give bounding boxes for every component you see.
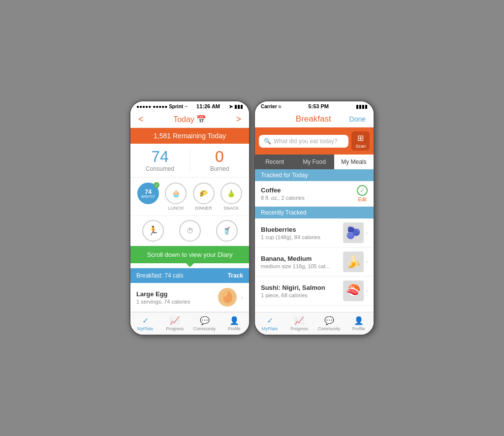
myplate-tab-label: MyPlate bbox=[137, 326, 154, 331]
calories-remaining-banner: 1,581 Remaining Today bbox=[130, 128, 249, 144]
prev-day-button[interactable]: < bbox=[138, 114, 144, 125]
breakfast-track-bar[interactable]: Breakfast: 74 cals Track bbox=[130, 268, 249, 283]
activity-row: 🏃 ⏱ 🥤 bbox=[130, 216, 249, 246]
blueberries-item[interactable]: Blueberries 1 cup (148g), 84 calories 🫐 … bbox=[255, 218, 374, 248]
status-bar-1: ●●●●● ●●●●● Sprint ⋅⋅ 11:26 AM ➤ ▮▮▮ bbox=[130, 101, 249, 111]
profile-tab-label-2: Profile bbox=[352, 326, 365, 331]
food-item-name: Large Egg bbox=[136, 290, 214, 298]
status-right-1: ➤ ▮▮▮ bbox=[229, 104, 243, 109]
tab-myplate-2[interactable]: ✓ MyPlate bbox=[255, 314, 284, 333]
sushi-desc: 1 piece, 68 calories bbox=[261, 292, 339, 298]
coffee-info: Coffee 8 fl. oz., 2 calories bbox=[261, 187, 353, 201]
snack-circle[interactable]: 🍐 SNACK bbox=[220, 183, 242, 211]
progress-tab-label: Progress bbox=[166, 326, 184, 331]
tab-profile-1[interactable]: 👤 Profile bbox=[220, 314, 249, 333]
meal-circles-row: ✓ 74 BRKFST 🧁 LUNCH 🌮 DINNER bbox=[130, 178, 249, 216]
banana-chevron: › bbox=[366, 258, 368, 265]
battery-icon-2: ▮▮▮▮ bbox=[356, 104, 368, 109]
banana-right: 🍌 › bbox=[343, 251, 368, 272]
search-row: 🔍 What did you eat today? ⊞ Scan bbox=[255, 127, 374, 155]
signal-dots: ●●●●● bbox=[136, 104, 151, 109]
community-tab-icon-2: 💬 bbox=[324, 316, 334, 325]
banana-thumbnail: 🍌 bbox=[343, 251, 364, 272]
dinner-circle-bg: 🌮 bbox=[193, 183, 215, 204]
tab-my-food[interactable]: My Food bbox=[294, 155, 334, 169]
lunch-icon: 🧁 bbox=[172, 189, 180, 197]
sushi-info: Sushi: Nigiri, Salmon 1 piece, 68 calori… bbox=[261, 284, 339, 298]
sushi-thumbnail: 🍣 bbox=[343, 280, 364, 301]
today-header: < Today 📅 > bbox=[130, 111, 249, 128]
coffee-actions: ✓ Edit bbox=[357, 185, 368, 202]
tab-progress-2[interactable]: 📈 Progress bbox=[284, 314, 314, 333]
consumed-stat: 74 Consumed bbox=[130, 149, 189, 172]
myplate-tab-icon-2: ✓ bbox=[267, 316, 273, 325]
status-right-2: ▮▮▮▮ bbox=[356, 104, 368, 109]
blueberries-desc: 1 cup (148g), 84 calories bbox=[261, 234, 339, 240]
progress-tab-icon: 📈 bbox=[170, 316, 180, 325]
tab-community-2[interactable]: 💬 Community bbox=[315, 314, 344, 333]
search-placeholder: What did you eat today? bbox=[274, 138, 337, 145]
coffee-desc: 8 fl. oz., 2 calories bbox=[261, 195, 353, 201]
burned-number: 0 bbox=[190, 149, 249, 164]
coffee-name: Coffee bbox=[261, 187, 353, 194]
breakfast-circle[interactable]: ✓ 74 BRKFST bbox=[137, 183, 159, 211]
next-day-button[interactable]: > bbox=[236, 114, 241, 125]
carrier-label-2: Carrier bbox=[261, 104, 277, 109]
community-tab-label: Community bbox=[193, 326, 216, 331]
phone-2: Carrier ≈ 5:53 PM ▮▮▮▮ Breakfast Done 🔍 … bbox=[254, 100, 375, 336]
page-title-1: Today 📅 bbox=[173, 115, 206, 124]
community-tab-icon: 💬 bbox=[200, 316, 210, 325]
tab-progress-1[interactable]: 📈 Progress bbox=[160, 314, 189, 333]
tab-profile-2[interactable]: 👤 Profile bbox=[344, 314, 374, 333]
exercise-button[interactable]: 🏃 bbox=[142, 220, 164, 242]
tab-recent[interactable]: Recent bbox=[255, 155, 294, 169]
large-egg-item[interactable]: Large Egg 1 servings, 74 calories 🥚 › bbox=[130, 283, 249, 312]
myplate-tab-label-2: MyPlate bbox=[262, 326, 278, 331]
large-egg-info: Large Egg 1 servings, 74 calories bbox=[136, 290, 214, 305]
carrier-label: ●●●●● Sprint bbox=[153, 104, 183, 109]
tab-myplate-1[interactable]: ✓ MyPlate bbox=[130, 314, 160, 333]
snack-icon: 🍐 bbox=[227, 189, 235, 197]
blueberries-thumbnail: 🫐 bbox=[343, 222, 364, 243]
dinner-circle[interactable]: 🌮 DINNER bbox=[193, 183, 215, 211]
scan-button[interactable]: ⊞ Scan bbox=[351, 131, 370, 151]
calendar-icon: 📅 bbox=[196, 115, 206, 124]
sushi-item[interactable]: Sushi: Nigiri, Salmon 1 piece, 68 calori… bbox=[255, 277, 374, 306]
consumed-number: 74 bbox=[130, 149, 189, 164]
progress-tab-icon-2: 📈 bbox=[294, 316, 304, 325]
food-item-desc: 1 servings, 74 calories bbox=[136, 299, 214, 305]
breakfast-header: Breakfast Done bbox=[255, 111, 374, 127]
lunch-circle[interactable]: 🧁 LUNCH bbox=[165, 183, 187, 211]
wifi-icon-2: ≈ bbox=[279, 104, 282, 109]
sushi-name: Sushi: Nigiri, Salmon bbox=[261, 284, 339, 291]
tab-my-meals[interactable]: My Meals bbox=[334, 155, 374, 169]
search-input-box[interactable]: 🔍 What did you eat today? bbox=[259, 135, 348, 148]
blueberries-right: 🫐 › bbox=[343, 222, 368, 243]
coffee-edit-button[interactable]: Edit bbox=[358, 197, 366, 202]
tracked-today-header: Tracked for Today bbox=[255, 169, 374, 181]
banana-info: Banana, Medium medium size 118g, 105 cal… bbox=[261, 255, 339, 269]
stats-row: 74 Consumed 0 Burned bbox=[130, 144, 249, 178]
burned-stat: 0 Burned bbox=[190, 149, 249, 172]
time-display-2: 5:53 PM bbox=[308, 103, 329, 109]
weight-button[interactable]: ⏱ bbox=[179, 220, 201, 242]
battery-icon-1: ▮▮▮ bbox=[234, 104, 243, 109]
tab-community-1[interactable]: 💬 Community bbox=[190, 314, 220, 333]
sushi-right: 🍣 › bbox=[343, 280, 368, 301]
done-button[interactable]: Done bbox=[349, 115, 366, 123]
water-button[interactable]: 🥤 bbox=[216, 220, 238, 242]
blueberries-info: Blueberries 1 cup (148g), 84 calories bbox=[261, 226, 339, 240]
food-tabs-row: Recent My Food My Meals bbox=[255, 155, 374, 169]
banana-item[interactable]: Banana, Medium medium size 118g, 105 cal… bbox=[255, 248, 374, 277]
dinner-icon: 🌮 bbox=[199, 189, 208, 197]
breakfast-check-icon: ✓ bbox=[154, 182, 159, 188]
myplate-tab-icon: ✓ bbox=[142, 316, 149, 325]
track-button[interactable]: Track bbox=[228, 272, 243, 279]
location-arrow-icon: ➤ bbox=[229, 104, 233, 109]
recently-tracked-header: Recently Tracked bbox=[255, 207, 374, 218]
screen-1: < Today 📅 > 1,581 Remaining Today 74 Con… bbox=[130, 111, 249, 335]
scroll-diary-banner: Scroll down to view your Diary bbox=[130, 246, 249, 263]
screen-2: Breakfast Done 🔍 What did you eat today?… bbox=[255, 111, 374, 335]
community-tab-label-2: Community bbox=[318, 326, 341, 331]
coffee-item[interactable]: Coffee 8 fl. oz., 2 calories ✓ Edit bbox=[255, 181, 374, 207]
